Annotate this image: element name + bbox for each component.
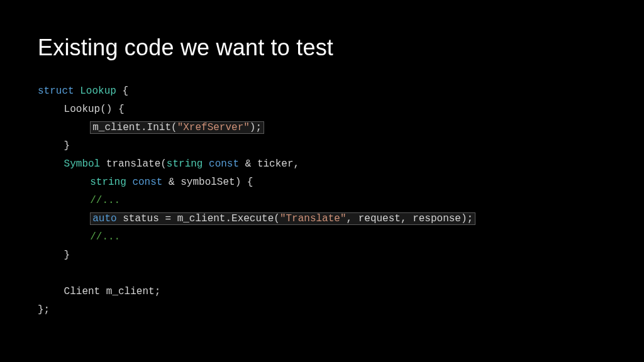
paren-open-2: ( xyxy=(160,158,167,170)
paren-close: ); xyxy=(250,122,262,133)
type-string-2: string xyxy=(90,177,126,188)
arg-request: request xyxy=(358,213,401,224)
func-translate: translate xyxy=(106,158,160,170)
brace-open: { xyxy=(116,85,128,97)
type-lookup: Lookup xyxy=(80,85,116,97)
param-symbolset: symbolSet xyxy=(180,177,235,188)
comment-1: //... xyxy=(90,195,120,206)
code-line-5: Symbol translate(string const & ticker, xyxy=(64,155,300,173)
code-line-13: }; xyxy=(38,304,50,315)
type-symbol: Symbol xyxy=(64,158,101,170)
comma-2: , xyxy=(347,213,358,224)
kw-auto: auto xyxy=(92,213,116,224)
paren-close-3: ); xyxy=(461,213,473,224)
code-block: struct Lookup { Lookup() { m_client.Init… xyxy=(38,82,606,319)
member-mclient-2: m_client xyxy=(177,213,226,224)
brace-close-2: } xyxy=(64,250,70,261)
highlight-box-execute: auto status = m_client.Execute("Translat… xyxy=(90,212,475,225)
kw-const-1: const xyxy=(209,158,239,170)
type-client: Client xyxy=(64,286,101,297)
paren-open-3: ( xyxy=(274,213,280,224)
amp-1: & xyxy=(239,158,257,170)
comma-1: , xyxy=(294,158,300,170)
member-mclient: m_client xyxy=(92,122,141,133)
comment-2: //... xyxy=(90,231,120,243)
brace-close: } xyxy=(64,140,70,151)
str-xrefserver: "XrefServer" xyxy=(177,122,250,133)
var-status: status xyxy=(123,213,159,224)
code-line-7: //... xyxy=(90,192,120,210)
amp-2: & xyxy=(162,177,180,188)
eq: = xyxy=(159,213,177,224)
param-ticker: ticker xyxy=(257,158,294,170)
code-line-12: Client m_client; xyxy=(64,283,161,301)
func-init: Init xyxy=(147,122,171,133)
highlight-box-init: m_client.Init("XrefServer"); xyxy=(90,121,264,134)
ctor-name: Lookup xyxy=(64,104,101,115)
dot: . xyxy=(141,122,147,133)
code-line-9: //... xyxy=(90,228,120,246)
code-line-4: } xyxy=(64,137,70,155)
arg-response: response xyxy=(413,213,461,224)
kw-const-2: const xyxy=(132,177,162,188)
comma-3: , xyxy=(401,213,413,224)
code-line-8: auto status = m_client.Execute("Translat… xyxy=(90,210,475,228)
code-line-10: } xyxy=(64,246,70,265)
str-translate: "Translate" xyxy=(280,213,347,224)
code-line-1: struct Lookup { xyxy=(38,85,128,97)
struct-end: }; xyxy=(38,304,50,315)
code-line-2: Lookup() { xyxy=(64,101,125,119)
slide: Existing code we want to test struct Loo… xyxy=(0,0,644,362)
type-string-1: string xyxy=(167,158,203,170)
paren-open: ( xyxy=(171,122,177,133)
kw-struct: struct xyxy=(38,85,74,97)
code-line-6: string const & symbolSet) { xyxy=(90,173,253,192)
func-execute: Execute xyxy=(231,213,274,224)
sp xyxy=(117,213,123,224)
paren-close-2: ) { xyxy=(235,177,253,188)
code-line-3: m_client.Init("XrefServer"); xyxy=(90,119,264,137)
semi: ; xyxy=(155,286,161,297)
member-decl: m_client xyxy=(100,286,154,297)
slide-title: Existing code we want to test xyxy=(38,35,606,61)
dot-2: . xyxy=(225,213,231,224)
ctor-parens: () { xyxy=(100,104,124,115)
